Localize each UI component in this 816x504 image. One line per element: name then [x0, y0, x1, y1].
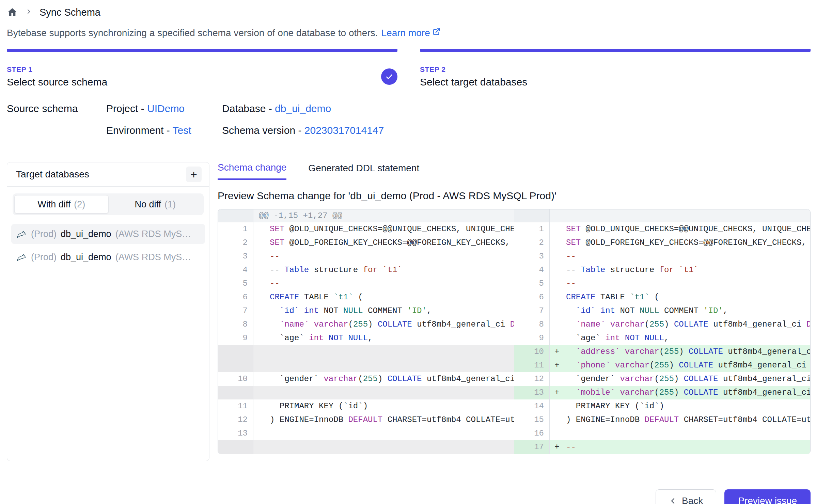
code-line: `name` varchar(255) COLLATE utf8mb4_gene…	[253, 318, 514, 331]
back-button[interactable]: Back	[656, 489, 716, 504]
with-diff-tab[interactable]: With diff (2)	[14, 195, 109, 214]
chevron-left-icon	[669, 497, 677, 504]
diff-code-row: 15) ENGINE=InnoDB DEFAULT CHARSET=utf8mb…	[514, 413, 810, 427]
code-line	[253, 440, 514, 454]
schema-version-field-label: Schema version -	[222, 125, 304, 136]
line-number: 3	[514, 250, 550, 263]
diff-code-row: 11 PRIMARY KEY (`id`)	[218, 399, 514, 413]
line-number	[218, 209, 253, 222]
added-line-marker: +	[554, 386, 559, 399]
page-description: Bytebase supports synchronizing a specif…	[7, 27, 811, 38]
code-line: CREATE TABLE `t1` (	[253, 290, 514, 304]
code-line: + `mobile` varchar(255) COLLATE utf8mb4_…	[550, 386, 810, 399]
line-number: 6	[218, 290, 253, 304]
diff-code-row: 5--	[218, 277, 514, 290]
chevron-right-icon	[25, 8, 32, 16]
database-field-label: Database -	[222, 103, 275, 114]
step-1-progress-bar	[7, 49, 397, 52]
diff-code-row: 16	[514, 427, 810, 440]
diff-code-row: 4-- Table structure for `t1`	[218, 263, 514, 277]
add-target-database-button[interactable]: +	[186, 167, 202, 182]
description-text: Bytebase supports synchronizing a specif…	[7, 28, 378, 38]
code-line	[253, 386, 514, 399]
database-list-item[interactable]: (Prod) db_ui_demo (AWS RDS MyS…	[11, 247, 205, 267]
line-number: 14	[514, 399, 550, 413]
home-icon[interactable]	[7, 7, 18, 18]
code-line	[253, 359, 514, 372]
line-number: 10	[514, 345, 550, 359]
code-line: `age` int NOT NULL,	[550, 331, 810, 345]
code-line	[550, 427, 810, 440]
line-number: 4	[218, 263, 253, 277]
project-link[interactable]: UIDemo	[147, 103, 185, 114]
code-line: SET @OLD_UNIQUE_CHECKS=@@UNIQUE_CHECKS, …	[253, 222, 514, 236]
schema-diff-viewer: @@ -1,15 +1,27 @@1SET @OLD_UNIQUE_CHECKS…	[218, 209, 811, 454]
learn-more-link[interactable]: Learn more	[381, 27, 441, 38]
code-line: + `address` varchar(255) COLLATE utf8mb4…	[550, 345, 810, 359]
added-line-marker: +	[554, 440, 559, 454]
diff-code-row: 13	[218, 427, 514, 440]
line-number: 1	[218, 222, 253, 236]
page-title: Sync Schema	[40, 7, 100, 18]
footer-actions: Back Preview issue	[7, 472, 811, 504]
code-line: `name` varchar(255) COLLATE utf8mb4_gene…	[550, 318, 810, 331]
code-line: --	[550, 277, 810, 290]
diff-code-row: 9 `age` int NOT NULL,	[514, 331, 810, 345]
diff-code-row: 10 `gender` varchar(255) COLLATE utf8mb4…	[218, 372, 514, 386]
code-line	[550, 209, 810, 222]
source-schema-label: Source schema	[7, 103, 106, 114]
diff-filter-segmented-control: With diff (2) No diff (1)	[13, 193, 204, 215]
schema-preview-area: Schema change Generated DDL statement Pr…	[218, 162, 811, 454]
diff-code-row: 2SET @OLD_FOREIGN_KEY_CHECKS=@@FOREIGN_K…	[218, 236, 514, 250]
diff-code-row: 1SET @OLD_UNIQUE_CHECKS=@@UNIQUE_CHECKS,…	[218, 222, 514, 236]
database-name: db_ui_demo	[61, 229, 111, 239]
code-line: PRIMARY KEY (`id`)	[550, 399, 810, 413]
target-databases-panel: Target databases + With diff (2) No diff…	[7, 162, 209, 461]
diff-code-row: 6CREATE TABLE `t1` (	[218, 290, 514, 304]
line-number	[218, 359, 253, 372]
code-line: SET @OLD_UNIQUE_CHECKS=@@UNIQUE_CHECKS, …	[550, 222, 810, 236]
step-1-title: Select source schema	[7, 76, 107, 88]
step-1: STEP 1 Select source schema	[7, 49, 397, 88]
diff-code-row: 3--	[514, 250, 810, 263]
diff-pane-original: @@ -1,15 +1,27 @@1SET @OLD_UNIQUE_CHECKS…	[218, 209, 514, 454]
code-line: --	[550, 250, 810, 263]
code-line	[253, 345, 514, 359]
environment-link[interactable]: Test	[173, 125, 191, 136]
diff-pane-modified: 1SET @OLD_UNIQUE_CHECKS=@@UNIQUE_CHECKS,…	[514, 209, 810, 454]
schema-version-link[interactable]: 20230317014147	[304, 125, 384, 136]
target-database-list: (Prod) db_ui_demo (AWS RDS MyS… (Prod) d…	[11, 224, 205, 267]
code-line: PRIMARY KEY (`id`)	[253, 399, 514, 413]
tab-schema-change[interactable]: Schema change	[218, 162, 286, 180]
preview-title: Preview Schema change for 'db_ui_demo (P…	[218, 190, 811, 202]
tab-generated-ddl[interactable]: Generated DDL statement	[308, 162, 419, 180]
source-schema-summary: Source schema Project - UIDemo Database …	[7, 103, 811, 146]
mysql-icon	[16, 229, 27, 239]
no-diff-tab[interactable]: No diff (1)	[109, 195, 202, 214]
preview-issue-button[interactable]: Preview issue	[724, 489, 811, 504]
line-number: 15	[514, 413, 550, 427]
environment-field-label: Environment -	[106, 125, 173, 136]
diff-code-row: 12 `gender` varchar(255) COLLATE utf8mb4…	[514, 372, 810, 386]
line-number: 12	[218, 413, 253, 427]
line-number: 4	[514, 263, 550, 277]
code-line: ) ENGINE=InnoDB DEFAULT CHARSET=utf8mb4 …	[253, 413, 514, 427]
project-field-label: Project -	[106, 103, 147, 114]
database-link[interactable]: db_ui_demo	[275, 103, 331, 114]
line-number: 11	[514, 359, 550, 372]
line-number: 13	[218, 427, 253, 440]
line-number: 7	[218, 304, 253, 318]
code-line: `id` int NOT NULL COMMENT 'ID',	[253, 304, 514, 318]
diff-added-row: 11+ `phone` varchar(255) COLLATE utf8mb4…	[514, 359, 810, 372]
diff-code-row: 7 `id` int NOT NULL COMMENT 'ID',	[514, 304, 810, 318]
diff-placeholder-row	[218, 440, 514, 454]
mysql-icon	[16, 252, 27, 263]
database-environment: (Prod)	[31, 252, 57, 263]
code-line: --	[253, 250, 514, 263]
diff-added-row: 13+ `mobile` varchar(255) COLLATE utf8mb…	[514, 386, 810, 399]
line-number: 1	[514, 222, 550, 236]
code-line	[253, 427, 514, 440]
code-line: CREATE TABLE `t1` (	[550, 290, 810, 304]
database-instance: (AWS RDS MyS…	[115, 252, 191, 263]
database-list-item[interactable]: (Prod) db_ui_demo (AWS RDS MyS…	[11, 224, 205, 244]
